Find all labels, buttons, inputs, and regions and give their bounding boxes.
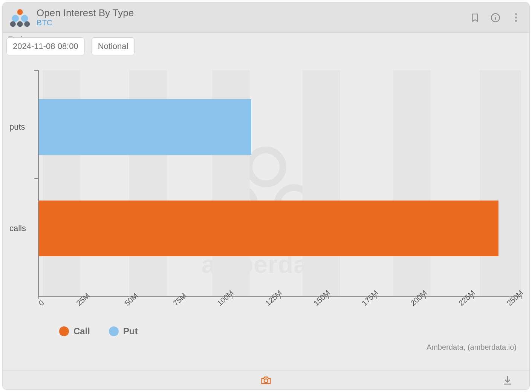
- x-tick-label: 75M: [171, 291, 188, 308]
- legend-label: Call: [73, 326, 90, 337]
- svg-point-1: [12, 15, 19, 22]
- legend-label: Put: [123, 326, 138, 337]
- info-icon[interactable]: [489, 11, 502, 24]
- x-tick-label: 0: [37, 299, 46, 308]
- card-header: Open Interest By Type BTC: [3, 3, 529, 33]
- legend-color-icon: [109, 326, 119, 336]
- attribution-label: Amberdata, (amberdata.io): [427, 343, 517, 352]
- svg-point-5: [24, 21, 30, 27]
- amberdata-logo-icon: [9, 8, 31, 27]
- plot-body: 025M50M75M100M125M150M175M200M225M250M: [38, 70, 522, 297]
- bar-calls[interactable]: [39, 201, 498, 256]
- chart-card: Open Interest By Type BTC Expiry: [2, 2, 530, 390]
- legend: Call Put: [59, 326, 138, 337]
- bottom-toolbar: [3, 371, 529, 389]
- svg-point-3: [10, 21, 16, 27]
- legend-item-call[interactable]: Call: [59, 326, 90, 337]
- y-category-label: puts: [9, 122, 25, 132]
- svg-point-0: [17, 9, 23, 15]
- bar-puts[interactable]: [39, 99, 251, 155]
- svg-point-4: [17, 21, 23, 27]
- legend-color-icon: [59, 326, 69, 336]
- y-category-label: calls: [9, 224, 26, 233]
- card-subtitle: BTC: [37, 18, 468, 27]
- expiry-select[interactable]: 2024-11-08 08:00: [6, 37, 85, 55]
- more-menu-icon[interactable]: [509, 11, 523, 24]
- legend-item-put[interactable]: Put: [109, 326, 138, 337]
- card-title: Open Interest By Type: [37, 8, 468, 18]
- svg-point-2: [21, 15, 28, 22]
- chart-area: amberdata 025M50M75M100M125M150M175M200M…: [6, 67, 526, 374]
- bookmark-icon[interactable]: [468, 11, 482, 24]
- controls-row: Expiry 2024-11-08 08:00 Notional: [3, 33, 529, 55]
- download-icon[interactable]: [501, 374, 514, 387]
- mode-select[interactable]: Notional: [92, 37, 135, 55]
- svg-point-15: [264, 379, 268, 383]
- screenshot-icon[interactable]: [259, 374, 273, 387]
